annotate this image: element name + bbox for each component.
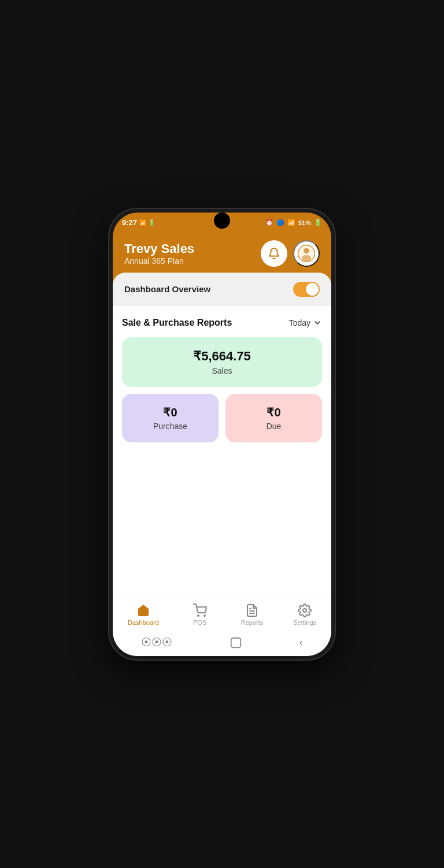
bell-icon bbox=[268, 247, 280, 260]
home-icon bbox=[136, 603, 150, 617]
section-header: Sale & Purchase Reports Today bbox=[122, 318, 322, 328]
settings-icon bbox=[298, 603, 312, 617]
nav-item-dashboard[interactable]: Dashboard bbox=[119, 600, 168, 629]
due-card: ₹0 Due bbox=[225, 394, 322, 442]
plan-name: Annual 365 Plan bbox=[124, 256, 194, 266]
period-selector[interactable]: Today bbox=[289, 318, 322, 327]
nav-label-dashboard: Dashboard bbox=[128, 619, 159, 626]
status-bar: 9:27 📶 🔋 ⏰ 🔵 📶 51% 🔋 bbox=[113, 213, 331, 233]
cart-icon-svg bbox=[193, 603, 207, 617]
content-spacer bbox=[113, 462, 331, 595]
home-icon-svg bbox=[136, 603, 150, 617]
due-amount: ₹0 bbox=[237, 405, 310, 419]
purchase-amount: ₹0 bbox=[134, 405, 207, 419]
reports-icon-svg bbox=[245, 603, 259, 617]
dashboard-toggle[interactable] bbox=[293, 282, 320, 297]
wifi-icon: 📶 bbox=[287, 219, 295, 226]
nav-item-pos[interactable]: POS bbox=[180, 600, 220, 629]
svg-point-7 bbox=[303, 609, 306, 612]
due-label: Due bbox=[237, 422, 310, 431]
sales-card: ₹5,664.75 Sales bbox=[122, 337, 322, 387]
nav-label-settings: Settings bbox=[293, 619, 316, 626]
nav-item-settings[interactable]: Settings bbox=[284, 600, 325, 629]
app-name: Trevy Sales bbox=[124, 241, 194, 256]
sales-label: Sales bbox=[134, 366, 310, 375]
home-system-icon bbox=[230, 636, 242, 649]
bottom-nav: Dashboard POS bbox=[113, 595, 331, 632]
main-content: Dashboard Overview Sale & Purchase Repor… bbox=[113, 273, 331, 656]
nav-label-pos: POS bbox=[193, 619, 206, 626]
sales-amount: ₹5,664.75 bbox=[134, 349, 310, 364]
dashboard-overview-label: Dashboard Overview bbox=[124, 284, 210, 294]
period-label: Today bbox=[289, 318, 310, 327]
settings-icon-svg bbox=[298, 603, 312, 617]
phone-screen: 9:27 📶 🔋 ⏰ 🔵 📶 51% 🔋 Trevy Sales Annual … bbox=[113, 213, 331, 656]
system-home-button[interactable] bbox=[230, 636, 242, 649]
cart-icon bbox=[193, 603, 207, 617]
profile-button[interactable] bbox=[293, 240, 320, 267]
svg-point-1 bbox=[304, 248, 309, 254]
svg-point-4 bbox=[204, 615, 205, 616]
svg-point-2 bbox=[302, 255, 311, 261]
notification-button[interactable] bbox=[261, 240, 287, 267]
system-menu-button[interactable]: ⦿⦿⦿ bbox=[141, 636, 172, 649]
header-actions bbox=[261, 240, 320, 267]
svg-point-3 bbox=[198, 615, 199, 616]
nav-label-reports: Reports bbox=[241, 619, 264, 626]
section-title: Sale & Purchase Reports bbox=[122, 318, 232, 328]
nav-item-reports[interactable]: Reports bbox=[232, 600, 273, 629]
dashboard-overview-section: Dashboard Overview bbox=[113, 273, 331, 306]
status-right: ⏰ 🔵 📶 51% 🔋 bbox=[265, 219, 322, 226]
system-nav: ⦿⦿⦿ ‹ bbox=[113, 632, 331, 656]
alarm-icon: ⏰ bbox=[265, 219, 273, 226]
purchase-label: Purchase bbox=[134, 422, 207, 431]
bottom-cards: ₹0 Purchase ₹0 Due bbox=[122, 394, 322, 442]
bluetooth-icon: 🔵 bbox=[276, 219, 284, 226]
svg-rect-8 bbox=[231, 638, 241, 647]
battery-level: 51% bbox=[298, 219, 311, 226]
purchase-card: ₹0 Purchase bbox=[122, 394, 219, 442]
chevron-down-icon bbox=[313, 318, 322, 327]
phone-frame: 9:27 📶 🔋 ⏰ 🔵 📶 51% 🔋 Trevy Sales Annual … bbox=[109, 209, 335, 660]
status-icons: 📶 🔋 bbox=[139, 219, 155, 226]
profile-logo bbox=[297, 244, 316, 263]
battery-icon: 🔋 bbox=[314, 219, 322, 226]
system-back-button[interactable]: ‹ bbox=[299, 636, 303, 649]
cards-section: Sale & Purchase Reports Today ₹5,664.75 … bbox=[113, 306, 331, 462]
notch bbox=[214, 213, 230, 229]
reports-icon bbox=[245, 603, 259, 617]
status-time: 9:27 📶 🔋 bbox=[122, 218, 155, 227]
header-title-block: Trevy Sales Annual 365 Plan bbox=[124, 241, 194, 266]
time-display: 9:27 bbox=[122, 218, 137, 227]
